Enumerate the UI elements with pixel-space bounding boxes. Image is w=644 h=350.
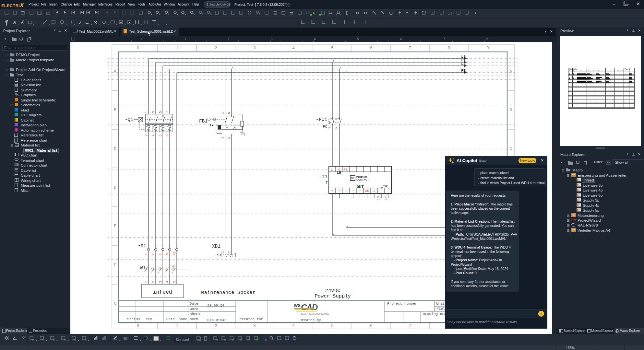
svg-text:E: E xyxy=(114,224,116,228)
svg-text:14: 14 xyxy=(384,196,388,200)
svg-text:N: N xyxy=(165,253,169,255)
svg-text:5: 5 xyxy=(159,111,162,113)
svg-text:PE: PE xyxy=(461,68,466,73)
svg-text:4: 4 xyxy=(292,323,295,328)
svg-text:N: N xyxy=(227,112,231,114)
svg-text:-T: -T xyxy=(323,181,328,185)
svg-text:rev.: rev. xyxy=(146,317,154,321)
svg-text:Status: Status xyxy=(127,317,140,321)
svg-text:3: 3 xyxy=(158,267,162,269)
svg-text:-XD1: -XD1 xyxy=(209,244,221,249)
svg-text:7: 7 xyxy=(409,323,411,328)
svg-text:8: 8 xyxy=(447,46,450,51)
svg-text:1: 1 xyxy=(144,111,148,113)
svg-text:PE: PE xyxy=(343,168,348,172)
svg-text:PE: PE xyxy=(172,265,176,269)
svg-text:24VDC: 24VDC xyxy=(325,288,340,294)
svg-text:−: − xyxy=(352,189,354,193)
svg-text:2: 2 xyxy=(151,267,155,269)
svg-text:4: 4 xyxy=(165,281,169,283)
svg-text:IN: IN xyxy=(337,170,341,175)
svg-text:1: 1 xyxy=(144,267,148,269)
svg-text:L3: L3 xyxy=(461,62,466,66)
svg-text:D: D xyxy=(114,185,116,190)
svg-text:I: I xyxy=(373,189,375,193)
svg-text:1: 1 xyxy=(176,323,178,328)
svg-text:−: − xyxy=(345,189,347,193)
svg-text:Unit: Unit xyxy=(436,302,445,306)
svg-text:2: 2 xyxy=(215,323,217,328)
svg-text:-T1: -T1 xyxy=(319,174,328,180)
svg-text:Created by: Created by xyxy=(300,318,321,322)
svg-text:4: 4 xyxy=(292,46,295,51)
svg-text:G: G xyxy=(114,301,116,306)
svg-text:1: 1 xyxy=(144,281,148,283)
svg-text:-XD: -XD xyxy=(214,253,221,257)
svg-text:Date: Date xyxy=(190,302,198,306)
svg-text:I▸: I▸ xyxy=(209,123,214,127)
svg-text:8: 8 xyxy=(165,134,169,136)
svg-text:2: 2 xyxy=(328,127,331,129)
svg-text:name: name xyxy=(179,317,187,321)
svg-text:ELECTRICAL ENGINEERING: ELECTRICAL ENGINEERING xyxy=(301,313,329,315)
svg-text:3: 3 xyxy=(159,281,162,283)
svg-text:6: 6 xyxy=(159,134,162,136)
svg-text:2: 2 xyxy=(144,134,148,136)
svg-text:4: 4 xyxy=(151,134,155,136)
svg-text:F: F xyxy=(114,262,116,267)
svg-text:2: 2 xyxy=(221,137,225,139)
svg-text:N: N xyxy=(335,118,339,120)
svg-text:5: 5 xyxy=(173,281,176,283)
svg-text:1: 1 xyxy=(221,251,225,253)
svg-text:Date: Date xyxy=(166,317,175,321)
svg-text:-FC1: -FC1 xyxy=(316,117,327,122)
svg-text:infeed: infeed xyxy=(153,289,172,295)
svg-text:A: A xyxy=(509,69,512,74)
svg-text:CAD: CAD xyxy=(301,302,318,312)
svg-text:1: 1 xyxy=(221,112,225,114)
svg-text:5: 5 xyxy=(331,323,334,328)
svg-text:5: 5 xyxy=(331,46,334,51)
svg-text:check: check xyxy=(190,312,200,316)
svg-text:-FB1: -FB1 xyxy=(196,119,208,124)
svg-text:+: + xyxy=(338,189,340,193)
svg-text:2: 2 xyxy=(151,253,155,255)
svg-text:-FC: -FC xyxy=(320,124,327,129)
svg-text:23.09.24: 23.09.24 xyxy=(207,304,224,308)
svg-text:CONTACT: CONTACT xyxy=(356,178,369,181)
svg-text:L: L xyxy=(331,168,333,172)
svg-text:Fiel: Fiel xyxy=(436,307,445,311)
svg-text:3: 3 xyxy=(253,323,256,328)
svg-text:Drawing num: Drawing num xyxy=(423,312,447,316)
svg-text:2: 2 xyxy=(215,46,217,51)
svg-text:1: 1 xyxy=(176,46,178,51)
svg-text:6: 6 xyxy=(370,323,373,328)
svg-text:−: − xyxy=(359,189,361,193)
svg-text:created for: created for xyxy=(240,317,263,321)
svg-text:3: 3 xyxy=(151,111,155,113)
svg-text:WS: WS xyxy=(294,303,301,308)
svg-text:OK: OK xyxy=(365,189,369,193)
svg-text:A: A xyxy=(114,69,116,74)
svg-text:2: 2 xyxy=(151,281,155,283)
svg-text:1: 1 xyxy=(328,118,331,120)
svg-text:N: N xyxy=(227,137,231,139)
svg-text:DIN 81346: DIN 81346 xyxy=(207,318,226,322)
svg-text:Project number: Project number xyxy=(387,302,417,306)
svg-text:0: 0 xyxy=(137,46,139,51)
svg-text:B: B xyxy=(509,108,512,112)
svg-text:6: 6 xyxy=(370,46,373,51)
svg-text:9: 9 xyxy=(486,46,489,51)
svg-text:T: T xyxy=(243,133,245,137)
svg-text:7: 7 xyxy=(409,46,411,51)
svg-text:N: N xyxy=(335,127,339,129)
svg-text:2: 2 xyxy=(227,251,231,253)
svg-text:PE: PE xyxy=(173,251,176,255)
svg-text:3: 3 xyxy=(159,253,162,255)
svg-text:norm: norm xyxy=(190,317,198,321)
svg-text:Power Supply: Power Supply xyxy=(315,293,351,299)
svg-text:work: work xyxy=(190,307,198,311)
svg-text:+: + xyxy=(331,189,333,193)
svg-text:B: B xyxy=(114,108,116,112)
svg-text:13: 13 xyxy=(376,196,380,200)
